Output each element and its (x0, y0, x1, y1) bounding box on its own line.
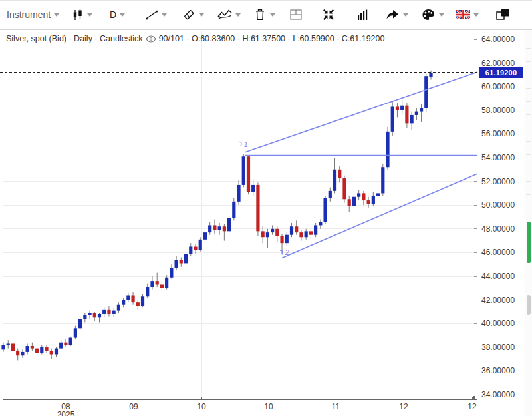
candle-up (83, 315, 86, 319)
scrollbar-track-mark (526, 114, 531, 115)
language-dropdown[interactable] (456, 1, 479, 29)
scrollbar-track-mark (526, 101, 531, 102)
candle-up (146, 287, 149, 296)
scrollbar-track-mark (526, 141, 531, 142)
price-tick-label: 64.00000 (481, 35, 523, 44)
candle-up (242, 156, 245, 185)
price-tick-label: 34.00000 (481, 390, 523, 399)
candle-up (386, 132, 389, 167)
share-dropdown[interactable] (385, 1, 408, 29)
instrument-label: Instrument (7, 9, 51, 20)
period-dropdown[interactable]: D (110, 1, 125, 29)
price-tick-label: 48.00000 (481, 224, 523, 234)
palette-icon (422, 8, 436, 21)
candle-up (102, 310, 106, 314)
time-tick-label: 082025 (55, 402, 77, 416)
candle-down (348, 199, 351, 206)
fullscreen-button[interactable] (322, 1, 335, 29)
instrument-dropdown[interactable]: Instrument (7, 1, 59, 29)
candle-up (352, 197, 356, 206)
grid-layer (3, 31, 477, 400)
eye-icon[interactable] (146, 35, 156, 43)
candle-up (59, 343, 63, 349)
lower-trendline[interactable] (282, 174, 477, 258)
scrollbar-thumb-green[interactable] (527, 222, 531, 263)
candle-down (194, 247, 197, 250)
candle-up (122, 300, 125, 305)
period-label: D (110, 9, 116, 20)
trash-icon (253, 8, 267, 21)
candle-up (381, 167, 384, 193)
candle-up (150, 281, 154, 287)
wave-annotation-1[interactable]: 1 (239, 141, 248, 148)
candle-up (251, 185, 255, 192)
candle-up (290, 226, 293, 234)
volume-button[interactable] (356, 1, 370, 29)
eraser-icon (182, 8, 196, 21)
candle-down (136, 302, 140, 306)
line-tools-dropdown[interactable] (145, 1, 167, 29)
candle-down (342, 178, 346, 199)
candle-up (170, 268, 173, 278)
candle-up (7, 343, 10, 345)
layout-grid-button[interactable] (289, 1, 303, 29)
candle-up (305, 231, 308, 237)
candle-down (295, 226, 298, 232)
chart-canvas[interactable]: 12 (0, 0, 532, 416)
candle-down (35, 349, 39, 353)
candle-up (74, 328, 77, 337)
candle-up (55, 349, 58, 355)
candle-down (223, 226, 226, 231)
wave-text: 1 (244, 141, 248, 148)
candle-down (160, 284, 164, 288)
candle-up (218, 226, 221, 230)
wave-squiggle (239, 142, 241, 146)
candle-up (26, 346, 29, 352)
scrollbar-thumb-gray[interactable] (527, 295, 531, 315)
candle-up (357, 193, 360, 196)
candle-up (175, 260, 178, 268)
candle-down (309, 231, 313, 234)
candle-up (372, 196, 375, 204)
candle-up (410, 115, 414, 123)
candle-down (405, 106, 408, 124)
candle-down (11, 343, 15, 351)
axis-frame (3, 31, 477, 400)
time-tick-label: 10 (190, 402, 213, 411)
candle-up (40, 347, 43, 353)
candle-up (333, 170, 336, 191)
delete-drawings-dropdown[interactable] (253, 1, 275, 29)
windows-button[interactable] (495, 1, 511, 29)
chevron-down-icon (439, 13, 444, 17)
chevron-down-icon (270, 13, 275, 17)
candle-down (64, 343, 67, 345)
candle-up (98, 314, 101, 317)
chevron-down-icon (235, 13, 241, 17)
candle-up (376, 193, 380, 196)
scrollbar-track-mark (526, 128, 531, 128)
candle-up (141, 296, 144, 306)
time-tick-label: 11 (325, 402, 347, 411)
price-tick-label: 44.00000 (481, 272, 523, 281)
time-tick-label: 09 (122, 402, 145, 411)
candle-up (237, 185, 240, 202)
candle-up (314, 225, 317, 234)
candle-up (189, 247, 192, 254)
upper-trendline[interactable] (245, 72, 477, 152)
chart-title-text: Silver, spot (Bid) - Daily - Candlestick (6, 34, 143, 43)
chart-ohlc-text: 90/101 - O:60.83600 - H:61.37500 - L:60.… (159, 34, 385, 43)
eraser-tool-dropdown[interactable] (182, 1, 204, 29)
candle-up (208, 225, 211, 232)
candle-down (213, 225, 216, 230)
indicators-dropdown[interactable] (217, 1, 241, 29)
candle-up (21, 352, 24, 355)
scrollbar-track-mark (526, 48, 531, 49)
candle-down (45, 347, 48, 351)
theme-dropdown[interactable] (422, 1, 444, 29)
scrollbar-track-mark (526, 61, 531, 62)
price-tick-label: 40.00000 (481, 319, 523, 328)
candle-up (424, 76, 428, 108)
chevron-down-icon (199, 13, 204, 17)
chart-type-dropdown[interactable] (72, 1, 92, 29)
candle-down (156, 281, 159, 284)
